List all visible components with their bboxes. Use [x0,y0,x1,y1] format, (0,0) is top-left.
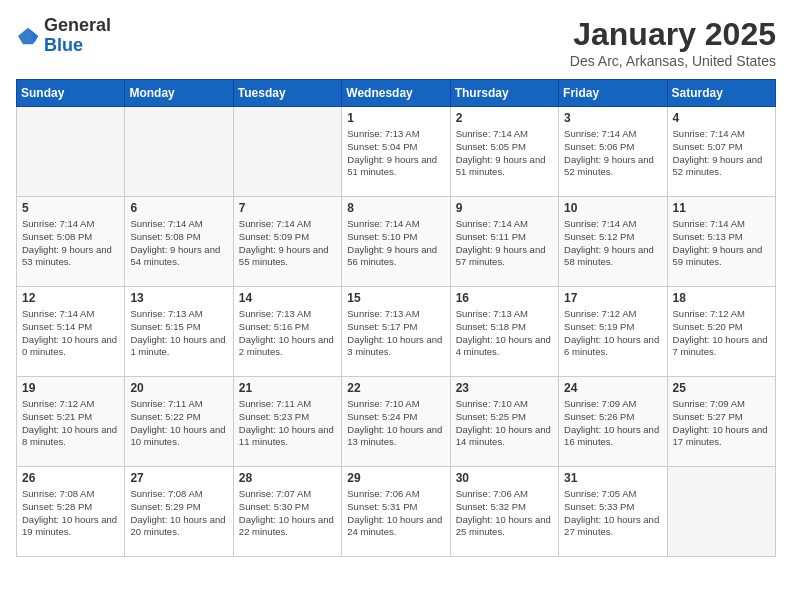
day-cell [125,107,233,197]
day-cell: 5Sunrise: 7:14 AMSunset: 5:08 PMDaylight… [17,197,125,287]
day-cell: 17Sunrise: 7:12 AMSunset: 5:19 PMDayligh… [559,287,667,377]
day-info: Sunrise: 7:14 AMSunset: 5:13 PMDaylight:… [673,218,770,269]
day-info: Sunrise: 7:09 AMSunset: 5:26 PMDaylight:… [564,398,661,449]
week-row-4: 19Sunrise: 7:12 AMSunset: 5:21 PMDayligh… [17,377,776,467]
day-info: Sunrise: 7:05 AMSunset: 5:33 PMDaylight:… [564,488,661,539]
day-cell: 18Sunrise: 7:12 AMSunset: 5:20 PMDayligh… [667,287,775,377]
logo-text: General Blue [44,16,111,56]
day-info: Sunrise: 7:10 AMSunset: 5:24 PMDaylight:… [347,398,444,449]
day-number: 10 [564,201,661,215]
day-info: Sunrise: 7:14 AMSunset: 5:12 PMDaylight:… [564,218,661,269]
weekday-header-sunday: Sunday [17,80,125,107]
day-cell: 26Sunrise: 7:08 AMSunset: 5:28 PMDayligh… [17,467,125,557]
day-cell: 1Sunrise: 7:13 AMSunset: 5:04 PMDaylight… [342,107,450,197]
calendar-table: SundayMondayTuesdayWednesdayThursdayFrid… [16,79,776,557]
day-info: Sunrise: 7:14 AMSunset: 5:14 PMDaylight:… [22,308,119,359]
day-cell [233,107,341,197]
day-info: Sunrise: 7:06 AMSunset: 5:31 PMDaylight:… [347,488,444,539]
page-header: General Blue January 2025 Des Arc, Arkan… [16,16,776,69]
day-number: 16 [456,291,553,305]
logo-blue: Blue [44,35,83,55]
day-info: Sunrise: 7:14 AMSunset: 5:09 PMDaylight:… [239,218,336,269]
day-cell: 3Sunrise: 7:14 AMSunset: 5:06 PMDaylight… [559,107,667,197]
day-cell: 27Sunrise: 7:08 AMSunset: 5:29 PMDayligh… [125,467,233,557]
day-info: Sunrise: 7:14 AMSunset: 5:08 PMDaylight:… [130,218,227,269]
day-info: Sunrise: 7:13 AMSunset: 5:04 PMDaylight:… [347,128,444,179]
day-cell [17,107,125,197]
day-number: 13 [130,291,227,305]
week-row-3: 12Sunrise: 7:14 AMSunset: 5:14 PMDayligh… [17,287,776,377]
day-cell: 7Sunrise: 7:14 AMSunset: 5:09 PMDaylight… [233,197,341,287]
day-cell: 14Sunrise: 7:13 AMSunset: 5:16 PMDayligh… [233,287,341,377]
day-number: 31 [564,471,661,485]
day-cell: 29Sunrise: 7:06 AMSunset: 5:31 PMDayligh… [342,467,450,557]
day-number: 15 [347,291,444,305]
day-cell: 31Sunrise: 7:05 AMSunset: 5:33 PMDayligh… [559,467,667,557]
day-info: Sunrise: 7:12 AMSunset: 5:21 PMDaylight:… [22,398,119,449]
day-cell: 22Sunrise: 7:10 AMSunset: 5:24 PMDayligh… [342,377,450,467]
day-cell [667,467,775,557]
weekday-header-saturday: Saturday [667,80,775,107]
day-info: Sunrise: 7:12 AMSunset: 5:19 PMDaylight:… [564,308,661,359]
day-number: 9 [456,201,553,215]
logo-general: General [44,15,111,35]
day-number: 19 [22,381,119,395]
day-cell: 25Sunrise: 7:09 AMSunset: 5:27 PMDayligh… [667,377,775,467]
day-number: 25 [673,381,770,395]
day-cell: 28Sunrise: 7:07 AMSunset: 5:30 PMDayligh… [233,467,341,557]
day-number: 26 [22,471,119,485]
day-info: Sunrise: 7:14 AMSunset: 5:10 PMDaylight:… [347,218,444,269]
day-number: 5 [22,201,119,215]
day-number: 17 [564,291,661,305]
day-number: 28 [239,471,336,485]
day-info: Sunrise: 7:14 AMSunset: 5:07 PMDaylight:… [673,128,770,179]
weekday-header-monday: Monday [125,80,233,107]
day-info: Sunrise: 7:07 AMSunset: 5:30 PMDaylight:… [239,488,336,539]
day-info: Sunrise: 7:14 AMSunset: 5:05 PMDaylight:… [456,128,553,179]
day-number: 18 [673,291,770,305]
day-number: 21 [239,381,336,395]
week-row-5: 26Sunrise: 7:08 AMSunset: 5:28 PMDayligh… [17,467,776,557]
day-number: 30 [456,471,553,485]
day-number: 6 [130,201,227,215]
day-info: Sunrise: 7:13 AMSunset: 5:18 PMDaylight:… [456,308,553,359]
day-cell: 19Sunrise: 7:12 AMSunset: 5:21 PMDayligh… [17,377,125,467]
day-cell: 20Sunrise: 7:11 AMSunset: 5:22 PMDayligh… [125,377,233,467]
day-info: Sunrise: 7:13 AMSunset: 5:17 PMDaylight:… [347,308,444,359]
month-title: January 2025 [570,16,776,53]
weekday-header-tuesday: Tuesday [233,80,341,107]
day-number: 14 [239,291,336,305]
day-number: 3 [564,111,661,125]
day-number: 29 [347,471,444,485]
day-cell: 21Sunrise: 7:11 AMSunset: 5:23 PMDayligh… [233,377,341,467]
weekday-header-wednesday: Wednesday [342,80,450,107]
day-info: Sunrise: 7:13 AMSunset: 5:15 PMDaylight:… [130,308,227,359]
day-number: 24 [564,381,661,395]
day-cell: 13Sunrise: 7:13 AMSunset: 5:15 PMDayligh… [125,287,233,377]
day-info: Sunrise: 7:08 AMSunset: 5:29 PMDaylight:… [130,488,227,539]
day-number: 12 [22,291,119,305]
day-cell: 6Sunrise: 7:14 AMSunset: 5:08 PMDaylight… [125,197,233,287]
day-cell: 24Sunrise: 7:09 AMSunset: 5:26 PMDayligh… [559,377,667,467]
day-cell: 30Sunrise: 7:06 AMSunset: 5:32 PMDayligh… [450,467,558,557]
logo-icon [16,26,40,46]
title-block: January 2025 Des Arc, Arkansas, United S… [570,16,776,69]
day-info: Sunrise: 7:06 AMSunset: 5:32 PMDaylight:… [456,488,553,539]
day-number: 20 [130,381,227,395]
location: Des Arc, Arkansas, United States [570,53,776,69]
day-cell: 12Sunrise: 7:14 AMSunset: 5:14 PMDayligh… [17,287,125,377]
day-number: 4 [673,111,770,125]
weekday-header-friday: Friday [559,80,667,107]
day-cell: 9Sunrise: 7:14 AMSunset: 5:11 PMDaylight… [450,197,558,287]
day-cell: 8Sunrise: 7:14 AMSunset: 5:10 PMDaylight… [342,197,450,287]
day-info: Sunrise: 7:12 AMSunset: 5:20 PMDaylight:… [673,308,770,359]
day-info: Sunrise: 7:14 AMSunset: 5:08 PMDaylight:… [22,218,119,269]
weekday-header-thursday: Thursday [450,80,558,107]
day-info: Sunrise: 7:14 AMSunset: 5:11 PMDaylight:… [456,218,553,269]
day-number: 7 [239,201,336,215]
day-cell: 2Sunrise: 7:14 AMSunset: 5:05 PMDaylight… [450,107,558,197]
day-cell: 23Sunrise: 7:10 AMSunset: 5:25 PMDayligh… [450,377,558,467]
day-info: Sunrise: 7:08 AMSunset: 5:28 PMDaylight:… [22,488,119,539]
logo: General Blue [16,16,111,56]
day-number: 23 [456,381,553,395]
